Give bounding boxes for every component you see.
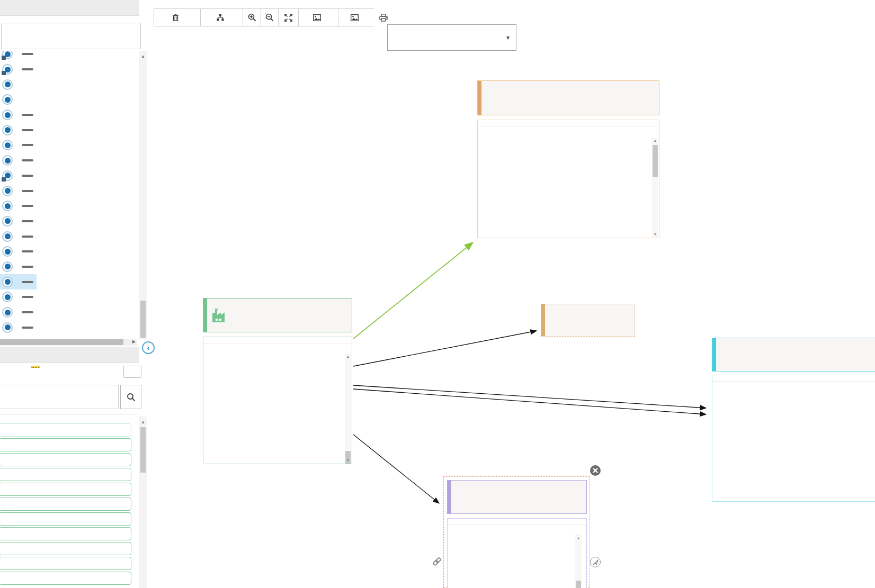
class-item-zefix-organisation-selected[interactable] [0, 274, 37, 290]
clear-all-button[interactable] [154, 8, 201, 26]
node-scrollbar[interactable]: ▲ ▼ [652, 138, 658, 237]
instance-item[interactable] [0, 497, 131, 511]
class-circle-icon [2, 292, 13, 302]
pin-link-button[interactable] [432, 556, 442, 567]
class-item-thing[interactable] [0, 62, 37, 77]
instance-item[interactable] [0, 468, 131, 481]
layout-button[interactable] [200, 8, 243, 26]
data-language-select[interactable]: ▾ [387, 24, 516, 51]
instance-item[interactable] [0, 453, 131, 466]
class-item-version[interactable] [0, 183, 37, 198]
class-count-badge [22, 175, 33, 177]
instance-item[interactable] [0, 572, 131, 585]
node-municipality-261[interactable] [541, 304, 635, 337]
scroll-down-icon[interactable]: ▼ [344, 458, 352, 462]
class-item-transitive-property[interactable] [0, 107, 37, 123]
export-svg-button[interactable] [338, 8, 374, 26]
node-company-240345[interactable]: ▲ ▼ [203, 298, 352, 332]
remove-filter-button[interactable] [123, 366, 141, 378]
node-address[interactable] [712, 338, 875, 372]
class-item-zone[interactable] [0, 290, 37, 305]
scroll-up-icon[interactable]: ▲ [139, 54, 147, 59]
class-item-zoning-plan[interactable] [0, 305, 37, 320]
node-scrollbar[interactable]: ▲ ▼ [345, 354, 351, 463]
instance-item[interactable] [0, 557, 131, 570]
edge-type[interactable] [353, 242, 473, 339]
image-icon [313, 14, 321, 21]
node-header[interactable] [477, 80, 659, 115]
classes-scrollbar[interactable] [139, 51, 147, 339]
instance-item[interactable] [0, 542, 131, 555]
scroll-right-icon[interactable]: ▶ [132, 339, 136, 344]
instances-search-input[interactable] [0, 385, 119, 409]
expand-arrows-icon [284, 14, 292, 22]
remove-node-button[interactable] [590, 465, 601, 476]
node-scrollbar-thumb[interactable] [653, 145, 658, 177]
classes-scrollbar-thumb[interactable] [140, 301, 146, 338]
class-count-badge [22, 53, 33, 55]
scroll-up-icon[interactable]: ▲ [574, 536, 583, 540]
instances-search-button[interactable] [120, 385, 141, 409]
class-circle-icon [2, 155, 13, 166]
instance-item[interactable] [0, 527, 131, 540]
scroll-up-icon[interactable]: ▲ [651, 139, 659, 142]
instance-item[interactable] [0, 438, 131, 451]
instance-item[interactable] [0, 483, 131, 496]
edge-additional-type[interactable] [353, 435, 439, 503]
class-circle-icon [2, 51, 13, 59]
class-item-zoning-price-characteristic[interactable] [0, 320, 37, 335]
class-item-vehicle-body-type[interactable] [0, 153, 37, 168]
classes-hscrollbar-thumb[interactable] [0, 339, 123, 345]
class-count-badge [22, 296, 33, 298]
class-item-thing-clipped[interactable] [0, 51, 37, 62]
classes-hscrollbar[interactable]: ▶ [0, 339, 137, 346]
node-header[interactable] [712, 338, 875, 372]
edge-address-2[interactable] [353, 389, 706, 414]
classes-search-input[interactable] [1, 23, 141, 49]
node-header[interactable] [447, 480, 587, 514]
node-scrollbar-thumb[interactable] [576, 581, 581, 588]
scroll-up-icon[interactable]: ▲ [139, 420, 147, 424]
class-count-badge [22, 281, 33, 283]
class-item-vocabulary[interactable] [0, 229, 37, 244]
node-legalform-0109-selection[interactable]: ▲ [443, 476, 590, 588]
navigate-node-button[interactable] [590, 557, 601, 567]
node-scrollbar-thumb[interactable] [345, 451, 351, 464]
class-item-view[interactable] [0, 214, 37, 229]
class-item-view[interactable] [0, 198, 37, 214]
class-item-time[interactable] [0, 77, 21, 92]
property-key [208, 353, 279, 361]
class-item-verifiable[interactable] [0, 168, 37, 184]
class-item-vote-procedure[interactable] [0, 244, 37, 259]
instances-header [0, 347, 139, 363]
export-png-button[interactable] [298, 8, 338, 26]
node-header[interactable] [203, 298, 352, 332]
sidebar: ▲ ▶ ▲ [0, 0, 148, 588]
instance-item[interactable] [0, 423, 131, 437]
scroll-up-icon[interactable]: ▲ [344, 355, 352, 358]
print-button[interactable] [374, 8, 392, 26]
fit-to-screen-button[interactable] [278, 8, 299, 26]
zoom-in-button[interactable] [243, 8, 261, 26]
class-circle-icon [2, 201, 13, 211]
node-scrollbar[interactable]: ▲ [575, 534, 582, 588]
clipped-value-line [487, 533, 548, 538]
property-rows [203, 353, 352, 464]
sidebar-collapse-button[interactable]: ‹ [142, 341, 155, 354]
node-header[interactable] [541, 304, 635, 337]
zoom-out-button[interactable] [261, 8, 279, 26]
node-iri [448, 519, 586, 525]
has-type-filter-chip[interactable] [31, 366, 40, 368]
class-item-weekday[interactable] [0, 259, 37, 275]
node-class-zefix-organisation[interactable]: ▲ ▼ [477, 80, 659, 115]
node-iri [712, 375, 875, 382]
scroll-down-icon[interactable]: ▼ [651, 232, 659, 236]
instance-item[interactable] [0, 512, 131, 526]
class-circle-icon [2, 307, 13, 318]
instances-scrollbar-thumb[interactable] [140, 427, 146, 473]
class-item-time-zone[interactable] [0, 92, 21, 107]
class-item-treatment[interactable] [0, 122, 37, 138]
edge-address-1[interactable] [353, 385, 706, 408]
edge-municipality[interactable] [353, 331, 537, 366]
class-item-tree-list-member[interactable] [0, 138, 37, 153]
